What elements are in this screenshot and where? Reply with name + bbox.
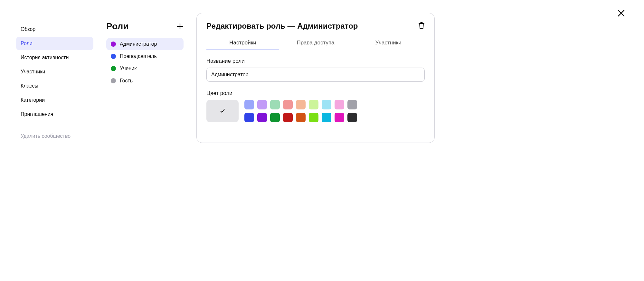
color-swatch[interactable] (257, 100, 267, 109)
sidebar-item-overview[interactable]: Обзор (16, 23, 93, 36)
color-swatch[interactable] (347, 100, 357, 109)
role-item-student[interactable]: Ученик (106, 62, 184, 75)
color-swatch[interactable] (335, 100, 344, 109)
role-color-dot (111, 54, 116, 59)
color-swatch[interactable] (283, 100, 293, 109)
tab-permissions[interactable]: Права доступа (279, 36, 352, 50)
role-color-label: Цвет роли (206, 90, 425, 97)
add-role-button[interactable] (176, 23, 184, 30)
tab-settings[interactable]: Настройки (206, 36, 279, 50)
role-item-label: Ученик (120, 66, 137, 71)
color-swatch[interactable] (270, 113, 280, 122)
role-name-label: Название роли (206, 58, 425, 64)
sidebar-item-members[interactable]: Участники (16, 65, 93, 79)
role-item-label: Администратор (120, 41, 157, 47)
color-swatch[interactable] (335, 113, 344, 122)
color-swatch[interactable] (244, 113, 254, 122)
sidebar-item-roles[interactable]: Роли (16, 37, 93, 50)
role-color-dot (111, 42, 116, 47)
sidebar-item-activity-history[interactable]: История активности (16, 51, 93, 64)
color-swatch[interactable] (244, 100, 254, 109)
color-swatch[interactable] (270, 100, 280, 109)
color-swatch[interactable] (322, 100, 331, 109)
color-swatch[interactable] (347, 113, 357, 122)
color-swatch[interactable] (309, 100, 318, 109)
sidebar-item-categories[interactable]: Категории (16, 93, 93, 107)
color-grid (244, 100, 357, 122)
close-button[interactable] (618, 10, 625, 18)
panel-title: Редактировать роль — Администратор (206, 22, 358, 31)
role-item-guest[interactable]: Гость (106, 75, 184, 87)
color-swatch[interactable] (257, 113, 267, 122)
plus-icon (176, 23, 184, 30)
delete-role-button[interactable] (418, 22, 425, 30)
check-icon (220, 108, 225, 114)
role-color-dot (111, 78, 116, 83)
color-swatch[interactable] (322, 113, 331, 122)
trash-icon (418, 22, 425, 29)
panel-tabs: Настройки Права доступа Участники (206, 36, 425, 50)
role-item-teacher[interactable]: Преподаватель (106, 50, 184, 62)
tab-members[interactable]: Участники (352, 36, 425, 50)
color-swatch[interactable] (309, 113, 318, 122)
color-swatch[interactable] (283, 113, 293, 122)
edit-role-panel: Редактировать роль — Администратор Настр… (196, 13, 435, 143)
role-item-label: Гость (120, 78, 133, 84)
close-icon (618, 10, 625, 17)
roles-column: Роли Администратор Преподаватель Ученик … (106, 13, 184, 143)
role-name-input[interactable] (206, 68, 425, 82)
sidebar-item-invites[interactable]: Приглашения (16, 108, 93, 121)
sidebar: Обзор Роли История активности Участники … (16, 13, 93, 143)
role-item-administrator[interactable]: Администратор (106, 38, 184, 50)
roles-title: Роли (106, 21, 128, 32)
sidebar-item-classes[interactable]: Классы (16, 79, 93, 93)
color-swatch[interactable] (296, 113, 306, 122)
role-color-dot (111, 66, 116, 71)
role-item-label: Преподаватель (120, 53, 157, 59)
default-color-swatch[interactable] (206, 100, 239, 122)
delete-community-button[interactable]: Удалить сообщество (16, 129, 93, 143)
color-swatch[interactable] (296, 100, 306, 109)
